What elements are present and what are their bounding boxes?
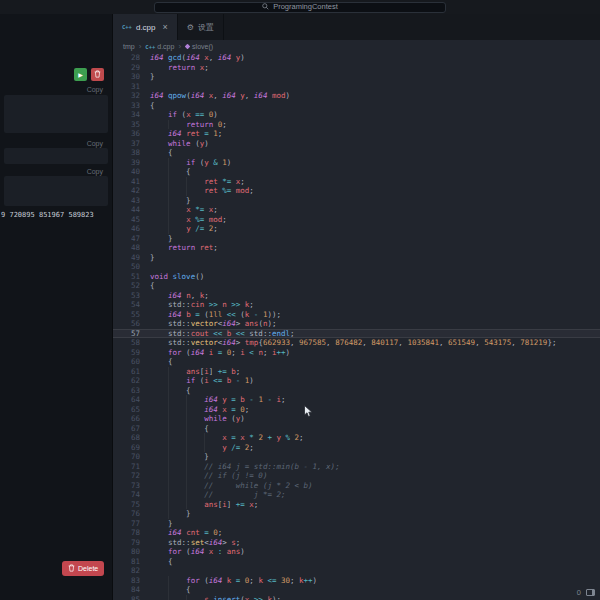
breadcrumb-item-symbol[interactable]: slove()	[185, 43, 213, 50]
code-line[interactable]: 40 {	[113, 167, 600, 177]
delete-button[interactable]: Delete	[62, 561, 104, 576]
code-line[interactable]: 77 }	[113, 519, 600, 529]
main-area: ▶ Copy Copy Copy 9 720895 851967 589823 …	[0, 14, 600, 600]
code-text: i64 ret = 1;	[150, 129, 222, 139]
line-number: 29	[113, 63, 140, 73]
line-number: 38	[113, 148, 140, 158]
tab-settings[interactable]: ⚙ 设置	[178, 14, 224, 40]
code-line[interactable]: 67 {	[113, 424, 600, 434]
code-text: {	[150, 101, 155, 111]
code-line[interactable]: 33{	[113, 101, 600, 111]
code-line[interactable]: 32i64 qpow(i64 x, i64 y, i64 mod)	[113, 91, 600, 101]
line-number: 61	[113, 367, 140, 377]
tab-bar: C++ d.cpp × ⚙ 设置	[113, 14, 600, 40]
code-line[interactable]: 74 // j *= 2;	[113, 490, 600, 500]
code-line[interactable]: 31	[113, 82, 600, 92]
copy-expected-button[interactable]: Copy	[87, 140, 103, 147]
line-number: 85	[113, 595, 140, 600]
tab-dcpp[interactable]: C++ d.cpp ×	[113, 14, 178, 40]
code-line[interactable]: 64 i64 y = b - 1 - i;	[113, 395, 600, 405]
code-line[interactable]: 46 y /= 2;	[113, 224, 600, 234]
problems-count[interactable]: 0	[577, 588, 581, 597]
editor-lines: 28i64 gcd(i64 x, i64 y)29 return x;30}31…	[113, 53, 600, 600]
testcase-expected-box[interactable]	[4, 148, 108, 164]
code-line[interactable]: 76 }	[113, 509, 600, 519]
code-line[interactable]: 83 for (i64 k = 0; k <= 30; k++)	[113, 576, 600, 586]
code-line[interactable]: 35 return 0;	[113, 120, 600, 130]
code-line[interactable]: 60 {	[113, 357, 600, 367]
code-line[interactable]: 66 while (y)	[113, 414, 600, 424]
code-line[interactable]: 68 x = x * 2 + y % 2;	[113, 433, 600, 443]
testcase-input-box[interactable]	[4, 95, 108, 133]
code-line[interactable]: 29 return x;	[113, 63, 600, 73]
search-box[interactable]: ProgramingContest	[154, 2, 446, 13]
code-text: return 0;	[150, 120, 227, 130]
code-line[interactable]: 42 ret %= mod;	[113, 186, 600, 196]
code-line[interactable]: 75 ans[i] += x;	[113, 500, 600, 510]
code-line[interactable]: 58 std::vector<i64> tmp{662933, 967585, …	[113, 338, 600, 348]
code-line[interactable]: 79 std::set<i64> s;	[113, 538, 600, 548]
code-line[interactable]: 70 }	[113, 452, 600, 462]
run-testcase-button[interactable]: ▶	[74, 68, 87, 81]
line-number: 51	[113, 272, 140, 282]
code-line[interactable]: 50	[113, 262, 600, 272]
code-line[interactable]: 57 std::cout << b << std::endl;	[113, 329, 600, 339]
code-text: x = x * 2 + y % 2;	[150, 433, 304, 443]
delete-testcase-button[interactable]	[91, 68, 104, 81]
code-line[interactable]: 65 i64 x = 0;	[113, 405, 600, 415]
copy-received-button[interactable]: Copy	[87, 168, 103, 175]
code-text: while (y)	[150, 139, 209, 149]
code-text: i64 x = 0;	[150, 405, 249, 415]
code-line[interactable]: 56 std::vector<i64> ans(n);	[113, 319, 600, 329]
code-line[interactable]: 28i64 gcd(i64 x, i64 y)	[113, 53, 600, 63]
code-line[interactable]: 55 i64 b = (1ll << (k - 1));	[113, 310, 600, 320]
code-text: {	[150, 167, 191, 177]
code-line[interactable]: 82	[113, 566, 600, 576]
code-line[interactable]: 84 {	[113, 585, 600, 595]
code-line[interactable]: 30}	[113, 72, 600, 82]
panel-icon[interactable]	[586, 589, 595, 596]
code-line[interactable]: 47 }	[113, 234, 600, 244]
code-line[interactable]: 78 i64 cnt = 0;	[113, 528, 600, 538]
code-line[interactable]: 51void slove()	[113, 272, 600, 282]
line-number: 63	[113, 386, 140, 396]
code-line[interactable]: 54 std::cin >> n >> k;	[113, 300, 600, 310]
code-line[interactable]: 62 if (i <= b - 1)	[113, 376, 600, 386]
code-text: for (i64 k = 0; k <= 30; k++)	[150, 576, 317, 586]
code-line[interactable]: 81 {	[113, 557, 600, 567]
code-line[interactable]: 45 x %= mod;	[113, 215, 600, 225]
code-line[interactable]: 72 // if (j != 0)	[113, 471, 600, 481]
code-line[interactable]: 43 }	[113, 196, 600, 206]
code-line[interactable]: 39 if (y & 1)	[113, 158, 600, 168]
code-line[interactable]: 49}	[113, 253, 600, 263]
code-line[interactable]: 63 {	[113, 386, 600, 396]
code-line[interactable]: 61 ans[i] += b;	[113, 367, 600, 377]
breadcrumb-item-file[interactable]: C++ d.cpp	[145, 43, 174, 50]
code-line[interactable]: 38 {	[113, 148, 600, 158]
code-line[interactable]: 59 for (i64 i = 0; i < n; i++)	[113, 348, 600, 358]
code-line[interactable]: 37 while (y)	[113, 139, 600, 149]
line-number: 47	[113, 234, 140, 244]
line-number: 81	[113, 557, 140, 567]
code-line[interactable]: 41 ret *= x;	[113, 177, 600, 187]
code-line[interactable]: 44 x *= x;	[113, 205, 600, 215]
breadcrumb-item-tmp[interactable]: tmp	[123, 43, 135, 50]
code-line[interactable]: 48 return ret;	[113, 243, 600, 253]
code-line[interactable]: 85 s.insert(x >> k);	[113, 595, 600, 600]
code-line[interactable]: 36 i64 ret = 1;	[113, 129, 600, 139]
code-editor[interactable]: 28i64 gcd(i64 x, i64 y)29 return x;30}31…	[113, 53, 600, 600]
copy-input-button[interactable]: Copy	[87, 86, 103, 93]
code-line[interactable]: 53 i64 n, k;	[113, 291, 600, 301]
code-line[interactable]: 80 for (i64 x : ans)	[113, 547, 600, 557]
code-line[interactable]: 34 if (x == 0)	[113, 110, 600, 120]
close-tab-icon[interactable]: ×	[163, 22, 168, 32]
code-line[interactable]: 52{	[113, 281, 600, 291]
line-number: 83	[113, 576, 140, 586]
testcase-panel: ▶ Copy Copy Copy 9 720895 851967 589823 …	[0, 14, 113, 600]
testcase-received-box[interactable]	[4, 176, 108, 206]
code-line[interactable]: 73 // while (j * 2 < b)	[113, 481, 600, 491]
code-text: ans[i] += b;	[150, 367, 240, 377]
code-line[interactable]: 69 y /= 2;	[113, 443, 600, 453]
status-corner: 0	[577, 588, 595, 597]
code-line[interactable]: 71 // i64 j = std::min(b - 1, x);	[113, 462, 600, 472]
